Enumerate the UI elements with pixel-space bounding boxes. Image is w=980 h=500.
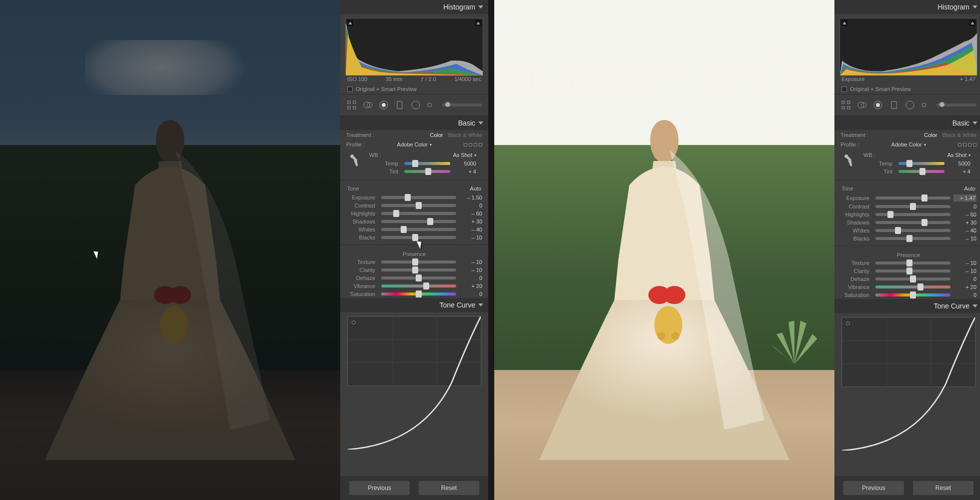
smart-preview-row[interactable]: Original + Smart Preview <box>834 84 980 94</box>
highlights-slider[interactable] <box>875 213 950 216</box>
saturation-slider[interactable] <box>381 292 456 296</box>
crop-tool-icon[interactable] <box>346 100 357 110</box>
dehaze-slider[interactable] <box>875 278 950 280</box>
reset-button[interactable]: Reset <box>913 481 973 495</box>
profile-dropdown[interactable]: Adobe Color ▾ <box>891 142 926 148</box>
highlights-value[interactable]: – 60 <box>953 212 976 218</box>
profile-browser-icon[interactable] <box>464 143 482 146</box>
treatment-color[interactable]: Color <box>430 132 443 138</box>
checkbox-icon[interactable] <box>347 86 353 92</box>
auto-tone-button[interactable]: Auto <box>964 186 975 192</box>
crop-tool-icon[interactable] <box>840 100 851 110</box>
blacks-value[interactable]: – 10 <box>459 234 482 240</box>
clarity-slider[interactable] <box>381 268 456 272</box>
radial-tool-icon[interactable] <box>904 100 915 110</box>
tone-curve-header[interactable]: Tone Curve <box>340 298 488 312</box>
treatment-color[interactable]: Color <box>924 132 937 138</box>
basic-header[interactable]: Basic <box>834 116 980 130</box>
contrast-slider[interactable] <box>875 205 950 208</box>
highlights-slider[interactable] <box>381 212 456 215</box>
spot-tool-icon[interactable] <box>856 100 867 110</box>
dehaze-slider[interactable] <box>381 276 456 280</box>
spot-tool-icon[interactable] <box>362 100 373 110</box>
histogram-header[interactable]: Histogram <box>834 0 980 14</box>
histogram-left[interactable] <box>345 18 483 72</box>
whites-value[interactable]: – 40 <box>953 228 976 234</box>
saturation-slider[interactable] <box>875 294 950 296</box>
exif-row: ISO 10035 mmƒ / 2.01/4000 sec <box>340 74 488 84</box>
tool-strip <box>340 94 488 116</box>
vibrance-slider[interactable] <box>875 286 950 288</box>
texture-slider[interactable] <box>381 260 456 264</box>
svg-point-20 <box>671 332 679 340</box>
brush-size-slider[interactable] <box>442 104 482 106</box>
vibrance-slider[interactable] <box>381 284 456 288</box>
clarity-value[interactable]: – 10 <box>459 267 482 273</box>
blacks-slider[interactable] <box>381 236 456 239</box>
brush-tool-icon[interactable] <box>920 100 931 110</box>
smart-preview-row[interactable]: Original + Smart Preview <box>340 84 488 94</box>
dehaze-value[interactable]: 0 <box>459 275 482 281</box>
histogram-readout: Exposure+ 1.47 <box>834 74 980 84</box>
brush-size-slider[interactable] <box>936 104 976 106</box>
saturation-value[interactable]: 0 <box>953 292 976 298</box>
profile-label: Profile : <box>346 142 365 148</box>
svg-point-28 <box>876 103 880 107</box>
shadows-slider[interactable] <box>381 220 456 223</box>
temp-slider[interactable] <box>404 162 450 165</box>
redeye-tool-icon[interactable] <box>378 100 389 110</box>
whites-slider[interactable] <box>381 228 456 231</box>
brush-tool-icon[interactable] <box>426 100 437 110</box>
shadows-value[interactable]: + 30 <box>459 218 482 224</box>
vibrance-value[interactable]: + 20 <box>459 283 482 289</box>
wb-dropdown[interactable]: As Shot ▾ <box>453 152 476 158</box>
tint-slider[interactable] <box>898 170 944 173</box>
whites-value[interactable]: – 40 <box>459 226 482 232</box>
temp-slider[interactable] <box>898 162 944 165</box>
tone-curve-left[interactable] <box>347 316 481 386</box>
svg-rect-22 <box>847 101 850 104</box>
profile-browser-icon[interactable] <box>958 143 976 146</box>
auto-tone-button[interactable]: Auto <box>470 186 481 192</box>
texture-value[interactable]: – 10 <box>459 259 482 265</box>
vibrance-value[interactable]: + 20 <box>953 284 976 290</box>
exposure-slider[interactable] <box>875 196 950 200</box>
clarity-value[interactable]: – 10 <box>953 268 976 274</box>
exposure-value[interactable]: – 1.50 <box>459 194 482 200</box>
tone-curve-right[interactable] <box>841 317 975 387</box>
contrast-value[interactable]: 0 <box>953 204 976 210</box>
histogram-header[interactable]: Histogram <box>340 0 488 14</box>
tone-curve-header[interactable]: Tone Curve <box>834 299 980 313</box>
texture-value[interactable]: – 10 <box>953 260 976 266</box>
svg-point-19 <box>657 332 665 340</box>
clarity-slider[interactable] <box>875 270 950 272</box>
exposure-slider[interactable] <box>381 196 456 199</box>
treatment-bw[interactable]: Black & White <box>942 132 976 138</box>
shadows-value[interactable]: + 30 <box>953 220 976 226</box>
basic-header[interactable]: Basic <box>340 116 488 130</box>
tint-slider[interactable] <box>404 170 450 173</box>
highlights-value[interactable]: – 60 <box>459 210 482 216</box>
blacks-value[interactable]: – 10 <box>953 236 976 242</box>
mouse-cursor <box>418 240 425 250</box>
contrast-slider[interactable] <box>381 204 456 207</box>
dehaze-value[interactable]: 0 <box>953 276 976 282</box>
blacks-slider[interactable] <box>875 237 950 240</box>
exposure-value[interactable]: + 1.47 <box>953 194 976 202</box>
reset-button[interactable]: Reset <box>419 481 479 495</box>
previous-button[interactable]: Previous <box>349 481 410 495</box>
wb-dropdown[interactable]: As Shot ▾ <box>947 152 970 158</box>
treatment-bw[interactable]: Black & White <box>448 132 482 138</box>
profile-dropdown[interactable]: Adobe Color ▾ <box>397 142 432 148</box>
contrast-value[interactable]: 0 <box>459 202 482 208</box>
graduated-tool-icon[interactable] <box>888 100 899 110</box>
whites-slider[interactable] <box>875 229 950 232</box>
histogram-right[interactable] <box>839 18 977 72</box>
radial-tool-icon[interactable] <box>410 100 421 110</box>
texture-slider[interactable] <box>875 262 950 264</box>
graduated-tool-icon[interactable] <box>394 100 405 110</box>
redeye-tool-icon[interactable] <box>872 100 883 110</box>
shadows-slider[interactable] <box>875 221 950 224</box>
saturation-value[interactable]: 0 <box>459 291 482 297</box>
previous-button[interactable]: Previous <box>843 481 904 495</box>
